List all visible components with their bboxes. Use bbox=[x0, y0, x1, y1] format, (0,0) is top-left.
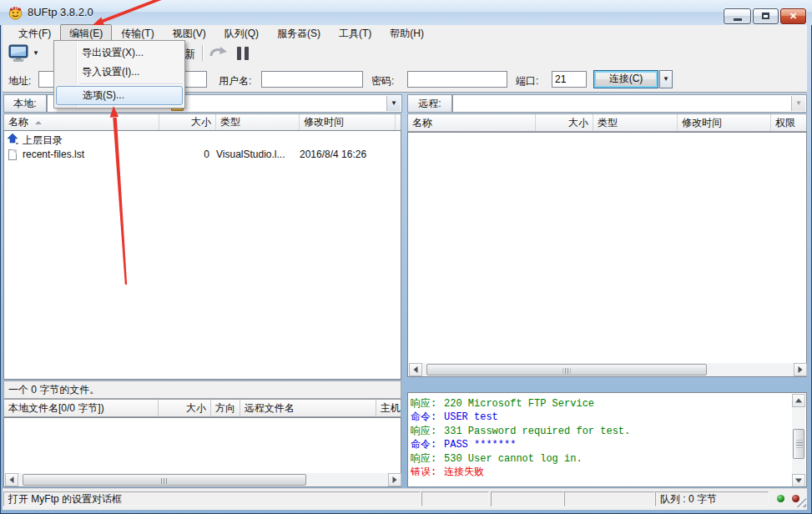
pause-icon[interactable] bbox=[237, 47, 251, 60]
menu-item-import-settings[interactable]: 导入设置(I)... bbox=[56, 63, 183, 82]
scroll-right-button[interactable] bbox=[388, 473, 401, 486]
menu-item-export-settings[interactable]: 导出设置(X)... bbox=[56, 43, 183, 63]
remote-tab[interactable]: 远程: bbox=[407, 94, 452, 113]
minimize-icon bbox=[734, 18, 742, 21]
queue-col-localname[interactable]: 本地文件名[0/0 字节]) bbox=[4, 400, 159, 416]
local-file-list: 上层目录 recent-files.lst 0 VisualStudio.l..… bbox=[3, 130, 401, 380]
queue-horizontal-scrollbar[interactable] bbox=[5, 473, 401, 486]
queue-col-host[interactable]: 主机 bbox=[376, 400, 401, 416]
status-led-red-icon bbox=[792, 495, 799, 502]
scrollbar-thumb[interactable] bbox=[23, 474, 306, 486]
local-col-modified[interactable]: 修改时间 bbox=[300, 114, 396, 130]
queue-list bbox=[3, 417, 401, 487]
title-bar[interactable]: FTP 8UFtp 3.8.2.0 ✕ bbox=[0, 0, 812, 25]
queue-col-size[interactable]: 大小 bbox=[159, 400, 211, 416]
maximize-icon bbox=[762, 13, 769, 19]
up-directory-icon bbox=[8, 134, 19, 145]
scroll-up-button[interactable] bbox=[792, 394, 805, 407]
local-col-type[interactable]: 类型 bbox=[216, 114, 300, 130]
remote-col-modified[interactable]: 修改时间 bbox=[678, 114, 771, 131]
queue-col-direction[interactable]: 方向 bbox=[211, 400, 240, 416]
list-item-file[interactable]: recent-files.lst 0 VisualStudio.l... 201… bbox=[4, 148, 401, 163]
connect-dropdown-button[interactable]: ▼ bbox=[659, 70, 673, 88]
status-section bbox=[564, 491, 655, 506]
transfer-icon[interactable] bbox=[209, 45, 228, 61]
remote-file-list bbox=[407, 132, 807, 377]
status-section bbox=[421, 491, 489, 506]
toolbar-connect-button[interactable]: ▼ bbox=[8, 43, 47, 63]
local-col-size[interactable]: 大小 bbox=[159, 114, 216, 130]
edit-menu-popup: 导出设置(X)... 导入设置(I)... 选项(S)... bbox=[53, 40, 185, 108]
status-led-green-icon bbox=[777, 495, 784, 502]
queue-header: 本地文件名[0/0 字节]) 大小 方向 远程文件名 主机 bbox=[3, 399, 401, 417]
sort-asc-icon bbox=[35, 121, 42, 124]
address-label: 地址: bbox=[8, 74, 31, 88]
remote-col-permissions[interactable]: 权限 bbox=[771, 114, 806, 131]
username-label: 用户名: bbox=[219, 74, 251, 88]
local-status-text: 一个 0 字节的文件。 bbox=[3, 380, 401, 399]
log-line: 响应:220 Microsoft FTP Service bbox=[408, 397, 792, 411]
password-label: 密码: bbox=[371, 74, 394, 88]
menu-bar: 文件(F) 编辑(E) 传输(T) 视图(V) 队列(Q) 服务器(S) 工具(… bbox=[3, 25, 807, 42]
menu-queue[interactable]: 队列(Q) bbox=[215, 24, 268, 43]
window-title: 8UFtp 3.8.2.0 bbox=[28, 6, 93, 18]
svg-text:FTP: FTP bbox=[12, 6, 19, 10]
toolbar-refresh-button-partial[interactable]: 新 bbox=[184, 47, 195, 62]
chevron-down-icon[interactable]: ▼ bbox=[386, 96, 401, 111]
password-input[interactable] bbox=[407, 71, 507, 88]
menu-server[interactable]: 服务器(S) bbox=[268, 24, 330, 43]
close-icon: ✕ bbox=[789, 11, 797, 21]
file-icon bbox=[8, 149, 17, 160]
scrollbar-thumb[interactable] bbox=[793, 429, 804, 459]
log-line: 响应:530 User cannot log in. bbox=[408, 452, 792, 466]
menu-tools[interactable]: 工具(T) bbox=[330, 24, 381, 43]
log-line: 命令:USER test bbox=[408, 411, 792, 424]
status-section bbox=[491, 491, 564, 506]
scroll-right-button[interactable] bbox=[794, 363, 807, 376]
log-vertical-scrollbar[interactable] bbox=[792, 394, 805, 487]
list-item-parent-dir[interactable]: 上层目录 bbox=[4, 133, 401, 148]
menu-separator bbox=[79, 83, 183, 84]
menu-help[interactable]: 帮助(H) bbox=[381, 24, 433, 43]
remote-list-header: 名称 大小 类型 修改时间 权限 bbox=[407, 113, 807, 132]
log-line: 响应:331 Password required for test. bbox=[408, 425, 792, 438]
remote-col-size[interactable]: 大小 bbox=[536, 114, 593, 131]
port-label: 端口: bbox=[516, 74, 538, 88]
remote-horizontal-scrollbar[interactable] bbox=[409, 363, 807, 376]
app-window: FTP 8UFtp 3.8.2.0 ✕ 文件(F) 编辑(E) 传输(T) 视图… bbox=[0, 0, 812, 514]
scrollbar-thumb[interactable] bbox=[426, 364, 707, 375]
scroll-left-button[interactable] bbox=[5, 473, 18, 486]
status-queue-info: 队列 : 0 字节 bbox=[655, 491, 769, 506]
remote-col-name[interactable]: 名称 bbox=[408, 114, 536, 131]
scroll-down-button[interactable] bbox=[792, 474, 805, 487]
status-message: 打开 MyFtp 的设置对话框 bbox=[3, 491, 421, 506]
close-button[interactable]: ✕ bbox=[780, 8, 806, 24]
scroll-left-button[interactable] bbox=[409, 363, 422, 376]
status-bar: 打开 MyFtp 的设置对话框 队列 : 0 字节 bbox=[3, 488, 807, 510]
maximize-button[interactable] bbox=[753, 8, 779, 24]
menu-item-options[interactable]: 选项(S)... bbox=[56, 86, 183, 105]
app-ftp-smiley-icon: FTP bbox=[8, 4, 23, 20]
log-line: 错误:连接失败 bbox=[408, 466, 792, 479]
local-list-header: 名称 大小 类型 修改时间 bbox=[3, 113, 401, 131]
log-panel: 响应:220 Microsoft FTP Service 命令:USER tes… bbox=[407, 392, 807, 487]
local-tab[interactable]: 本地: bbox=[3, 94, 47, 113]
minimize-button[interactable] bbox=[724, 8, 751, 24]
remote-col-type[interactable]: 类型 bbox=[593, 114, 678, 131]
local-col-name[interactable]: 名称 bbox=[4, 114, 159, 130]
remote-path-combobox[interactable]: ▼ bbox=[452, 94, 807, 113]
connect-button[interactable]: 连接(C) bbox=[593, 70, 658, 88]
port-input[interactable] bbox=[552, 71, 587, 88]
chevron-down-icon[interactable]: ▼ bbox=[791, 96, 805, 111]
username-input[interactable] bbox=[261, 71, 363, 88]
queue-col-remotename[interactable]: 远程文件名 bbox=[240, 400, 376, 416]
chevron-down-icon: ▼ bbox=[33, 49, 39, 57]
toolbar-separator bbox=[202, 45, 203, 61]
computer-icon bbox=[8, 44, 30, 63]
chevron-down-icon: ▼ bbox=[663, 75, 669, 83]
log-line: 命令:PASS ******* bbox=[408, 438, 792, 451]
